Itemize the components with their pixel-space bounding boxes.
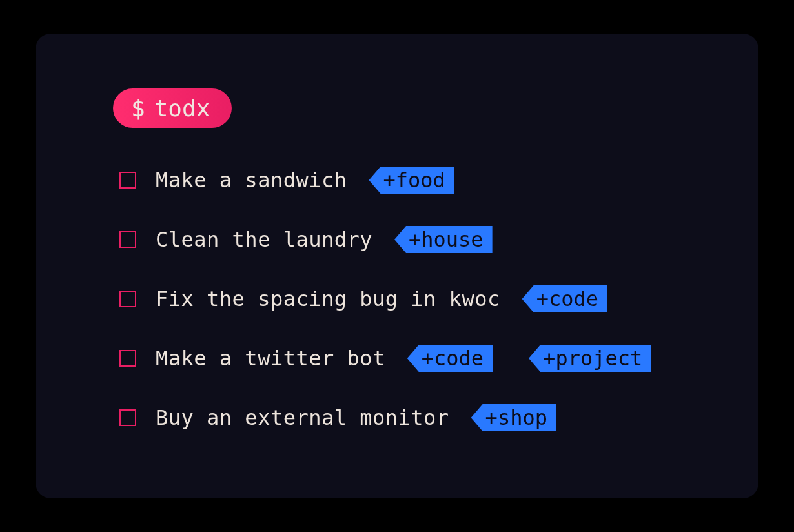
todo-text: Fix the spacing bug in kwoc (156, 287, 500, 311)
tag-badge[interactable]: +code (407, 345, 493, 372)
prompt-symbol: $ (131, 95, 145, 121)
tag-badge[interactable]: +food (369, 167, 454, 194)
checkbox-icon[interactable] (119, 350, 136, 367)
prompt-badge: $ todx (113, 88, 232, 128)
todo-item: Make a sandwich +food (119, 167, 681, 194)
terminal-window: $ todx Make a sandwich +food Clean the l… (36, 34, 758, 498)
todo-text: Make a twitter bot (156, 346, 385, 371)
tag-badge[interactable]: +house (394, 226, 493, 253)
prompt-command: todx (154, 95, 210, 121)
todo-list: Make a sandwich +food Clean the laundry … (113, 167, 681, 431)
todo-text: Buy an external monitor (156, 405, 449, 430)
todo-item: Buy an external monitor +shop (119, 404, 681, 431)
checkbox-icon[interactable] (119, 172, 136, 189)
tag-badge[interactable]: +project (529, 345, 651, 372)
tag-badge[interactable]: +shop (471, 404, 556, 431)
checkbox-icon[interactable] (119, 291, 136, 307)
checkbox-icon[interactable] (119, 409, 136, 426)
todo-text: Clean the laundry (156, 227, 372, 252)
todo-item: Make a twitter bot +code +project (119, 345, 681, 372)
tag-badge[interactable]: +code (522, 285, 607, 312)
checkbox-icon[interactable] (119, 231, 136, 248)
todo-text: Make a sandwich (156, 168, 347, 192)
todo-item: Fix the spacing bug in kwoc +code (119, 285, 681, 312)
todo-item: Clean the laundry +house (119, 226, 681, 253)
